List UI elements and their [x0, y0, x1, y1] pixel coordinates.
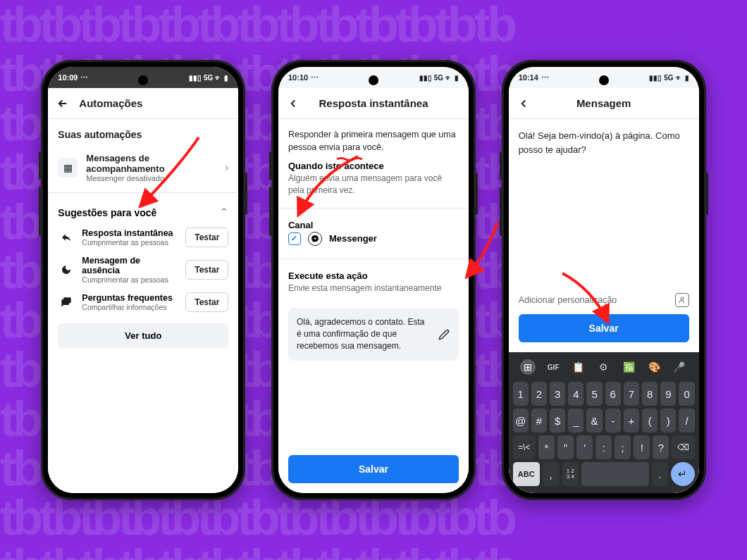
calendar-icon: ▦ [58, 158, 78, 178]
soft-keyboard[interactable]: ⊞ GIF 📋 ⚙ 🈯 🎨 🎤 1 2 3 4 5 6 7 8 [509, 352, 699, 493]
status-net: 5G [204, 74, 213, 82]
key-abc[interactable]: ABC [513, 462, 540, 486]
key-star[interactable]: * [538, 435, 555, 459]
kb-gif-icon[interactable]: GIF [545, 359, 561, 375]
back-icon[interactable] [56, 97, 69, 110]
key-semicolon[interactable]: ; [615, 435, 631, 459]
status-time: 10:10 [288, 73, 308, 82]
kb-translate-icon[interactable]: 🈯 [621, 359, 636, 375]
key-minus[interactable]: - [605, 409, 621, 433]
kb-row-3: =\< * " ' : ; ! ? ⌫ [512, 434, 696, 461]
content-scroll-1[interactable]: Suas automações ▦ Mensagens de acompanha… [48, 119, 238, 493]
kb-palette-icon[interactable]: 🎨 [646, 359, 662, 375]
channel-heading: Canal [278, 211, 469, 232]
signal-icon: ▮▮▯ [189, 74, 202, 82]
key-excl[interactable]: ! [634, 435, 650, 459]
messenger-icon [308, 232, 322, 246]
status-time: 10:14 [519, 73, 538, 82]
camera-notch [369, 75, 378, 85]
reply-icon [58, 229, 75, 246]
page-title: Automações [79, 97, 230, 109]
key-plus[interactable]: + [624, 409, 639, 433]
content-scroll-2[interactable]: Responder à primeira mensagem que uma pe… [278, 119, 469, 493]
suggestion-faq[interactable]: Perguntas frequentes Compartilhar inform… [48, 288, 238, 316]
sugg-sub: Compartilhar informações [82, 303, 178, 311]
key-8[interactable]: 8 [642, 382, 658, 406]
key-4[interactable]: 4 [568, 382, 584, 406]
key-1[interactable]: 1 [513, 382, 529, 406]
save-button[interactable]: Salvar [288, 455, 459, 483]
camera-notch [138, 75, 148, 85]
key-lparen[interactable]: ( [642, 409, 658, 433]
person-card-icon[interactable] [675, 293, 689, 307]
test-button-3[interactable]: Testar [185, 292, 228, 312]
kb-mic-icon[interactable]: 🎤 [672, 359, 687, 375]
key-hash[interactable]: # [531, 409, 547, 433]
key-underscore[interactable]: _ [568, 409, 584, 433]
back-icon[interactable] [287, 97, 300, 110]
key-dollar[interactable]: $ [550, 409, 565, 433]
key-comma[interactable]: , [543, 462, 560, 486]
key-symbols-shift[interactable]: =\< [513, 435, 536, 459]
key-slash[interactable]: / [679, 409, 694, 433]
divider [48, 192, 238, 193]
page-title: Resposta instantânea [309, 97, 438, 109]
suggestion-away-message[interactable]: Mensagem de ausência Cumprimentar as pes… [48, 251, 238, 288]
message-preview-box[interactable]: Olá, agradecemos o contato. Esta é uma c… [288, 308, 459, 360]
message-text-input[interactable]: Olá! Seja bem-vindo(a) à página. Como po… [509, 119, 699, 293]
signal-icon: ▮▮▯ [649, 74, 662, 82]
key-period[interactable]: . [652, 462, 669, 486]
kb-grid-icon[interactable]: ⊞ [520, 359, 536, 375]
key-colon[interactable]: : [595, 435, 612, 459]
signal-icon: ▮▮▯ [419, 74, 432, 82]
section-your-automations: Suas automações [48, 119, 238, 146]
sugg-sub: Cumprimentar as pessoas [82, 275, 178, 284]
add-personalization-link[interactable]: Adicionar personalização [519, 295, 617, 305]
key-squote[interactable]: ' [576, 435, 593, 459]
key-6[interactable]: 6 [605, 382, 621, 406]
key-5[interactable]: 5 [586, 382, 602, 406]
key-enter[interactable]: ↵ [671, 462, 694, 486]
key-2[interactable]: 2 [531, 382, 547, 406]
content-3: Olá! Seja bem-vindo(a) à página. Como po… [509, 119, 699, 493]
chevron-up-icon[interactable]: ⌃ [219, 206, 228, 219]
chevron-right-icon: › [225, 161, 228, 174]
suggestion-instant-reply[interactable]: Resposta instantânea Cumprimentar as pes… [48, 223, 238, 251]
kb-row-1: 1 2 3 4 5 6 7 8 9 0 [512, 380, 696, 407]
row-followup-messages[interactable]: ▦ Mensagens de acompanhamento Messenger … [48, 146, 238, 189]
row-subtitle: Messenger desativado [86, 174, 216, 182]
key-0[interactable]: 0 [679, 382, 694, 406]
status-net: 5G [664, 74, 673, 82]
status-dots: ⋯ [80, 73, 88, 82]
key-numpad[interactable]: 1 2 3 4 [562, 462, 579, 486]
back-icon[interactable] [517, 97, 530, 110]
channel-messenger-row[interactable]: ✓ Messenger [278, 232, 469, 256]
page-header: Automações [48, 88, 238, 119]
page-header: Mensagem [509, 88, 699, 119]
key-question[interactable]: ? [653, 435, 669, 459]
key-rparen[interactable]: ) [660, 409, 676, 433]
kb-gear-icon[interactable]: ⚙ [596, 359, 612, 375]
key-backspace[interactable]: ⌫ [672, 435, 694, 459]
status-net: 5G [434, 74, 443, 82]
edit-pencil-icon[interactable] [436, 327, 452, 342]
key-at[interactable]: @ [513, 409, 529, 433]
see-all-button[interactable]: Ver tudo [58, 323, 228, 348]
key-space[interactable] [581, 462, 648, 486]
when-heading: Quando isto acontece [278, 161, 469, 173]
key-amp[interactable]: & [586, 409, 602, 433]
kb-clipboard-icon[interactable]: 📋 [571, 359, 586, 375]
key-7[interactable]: 7 [624, 382, 639, 406]
divider [278, 259, 469, 259]
test-button-2[interactable]: Testar [185, 260, 228, 280]
key-3[interactable]: 3 [550, 382, 565, 406]
sugg-sub: Cumprimentar as pessoas [82, 238, 178, 247]
checkbox-checked-icon[interactable]: ✓ [288, 232, 301, 245]
key-9[interactable]: 9 [660, 382, 676, 406]
sugg-title: Perguntas frequentes [82, 293, 178, 303]
camera-notch [599, 75, 609, 85]
test-button-1[interactable]: Testar [185, 228, 228, 247]
action-heading: Execute esta ação [278, 262, 469, 282]
save-button[interactable]: Salvar [519, 314, 689, 342]
key-dquote[interactable]: " [557, 435, 574, 459]
